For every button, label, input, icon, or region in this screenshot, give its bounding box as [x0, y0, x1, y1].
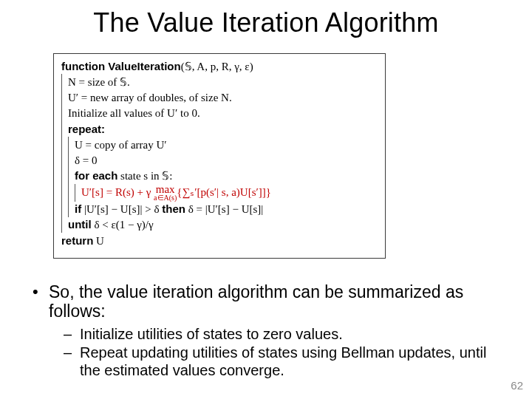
bullet-summary-text: So, the value iteration algorithm can be… — [49, 282, 463, 321]
line-uprime-decl: U′ = new array of doubles, of size N. — [68, 90, 379, 106]
max-operator: maxa∈A(s) — [154, 185, 177, 202]
keyword-until: until — [68, 218, 92, 231]
line-until: until δ < ε(1 − γ)/γ — [68, 217, 379, 233]
keyword-repeat: repeat: — [68, 123, 105, 135]
line-init: Initialize all values of U′ to 0. — [68, 106, 379, 121]
line-size: N = size of 𝕊. — [68, 74, 379, 89]
line-repeat: repeat: — [68, 121, 379, 137]
repeat-bar — [68, 137, 69, 217]
algo-function-line: function ValueIteration(𝕊, A, p, R, γ, ε… — [61, 58, 379, 74]
algorithm-box: function ValueIteration(𝕊, A, p, R, γ, ε… — [53, 53, 386, 259]
slide: The Value Iteration Algorithm function V… — [0, 0, 532, 399]
line-bellman-update: U′[s] = R(s) + γ maxa∈A(s){∑ₛ′[p(s′| s, … — [81, 184, 379, 202]
line-delta0: δ = 0 — [75, 153, 379, 168]
function-body: N = size of 𝕊. U′ = new array of doubles… — [61, 74, 379, 233]
subbullet-repeat: Repeat updating utilities of states usin… — [80, 344, 502, 379]
line-foreach: for each state s in 𝕊: — [75, 168, 379, 184]
slide-title: The Value Iteration Algorithm — [0, 7, 532, 38]
bullet-summary: So, the value iteration algorithm can be… — [49, 282, 502, 380]
keyword-foreach: for each — [75, 169, 117, 182]
function-name: ValueIteration — [108, 60, 180, 72]
keyword-return: return — [61, 234, 93, 247]
line-if-then: if |U′[s] − U[s]| > δ then δ = |U′[s] − … — [75, 202, 379, 217]
keyword-then: then — [162, 202, 185, 215]
bullet-list-level2: Initialize utilities of states to zero v… — [49, 326, 502, 380]
update-formula: U′[s] = R(s) + γ maxa∈A(s){∑ₛ′[p(s′| s, … — [81, 186, 271, 198]
foreach-body: U′[s] = R(s) + γ maxa∈A(s){∑ₛ′[p(s′| s, … — [75, 184, 379, 202]
foreach-bar — [75, 184, 75, 202]
bullet-list-level1: So, the value iteration algorithm can be… — [30, 282, 502, 380]
line-return: return U — [61, 233, 379, 248]
function-args: (𝕊, A, p, R, γ, ε) — [181, 61, 253, 72]
repeat-body: U = copy of array U′ δ = 0 for each stat… — [68, 137, 379, 217]
bullet-region: So, the value iteration algorithm can be… — [30, 282, 502, 383]
keyword-if: if — [75, 202, 81, 215]
subbullet-init: Initialize utilities of states to zero v… — [80, 326, 502, 344]
line-copy: U = copy of array U′ — [75, 137, 379, 152]
page-number: 62 — [511, 379, 523, 392]
body-bar — [61, 74, 62, 233]
keyword-function: function — [61, 60, 105, 72]
